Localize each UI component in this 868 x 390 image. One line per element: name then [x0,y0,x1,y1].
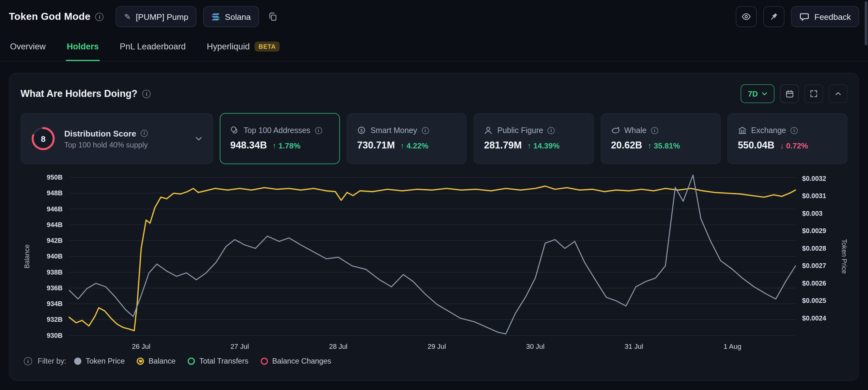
metric-value: 550.04B [738,140,774,151]
metric-value: 948.34B [230,140,267,151]
beta-badge: BETA [255,41,280,52]
metric-change: ↑ 1.78% [273,142,301,150]
svg-text:$0.0028: $0.0028 [802,245,826,252]
distribution-score-gauge: 8 [30,125,57,152]
holders-activity-panel: What Are Holders Doing? 7D [9,73,859,381]
top-bar: Token God Mode ✎ [PUMP] Pump Solana [0,0,868,33]
eye-icon [741,11,751,22]
chevron-down-icon[interactable] [194,134,204,144]
distribution-score-subtitle: Top 100 hold 40% supply [64,141,148,149]
panel-header: What Are Holders Doing? 7D [21,84,847,103]
svg-text:930B: 930B [47,332,63,339]
info-icon[interactable] [651,127,658,134]
collapse-button[interactable] [829,84,847,103]
svg-text:$0.003: $0.003 [802,210,823,217]
metric-change: ↑ 35.81% [648,142,680,150]
svg-text:1 Aug: 1 Aug [723,342,741,351]
fullscreen-icon [809,89,818,98]
svg-text:950B: 950B [47,174,63,181]
pin-button[interactable] [764,6,784,27]
filter-token-price[interactable]: Token Price [74,357,125,365]
svg-text:30 Jul: 30 Jul [526,342,545,351]
svg-text:$0.0025: $0.0025 [802,297,826,304]
metric-value: 281.79M [484,140,522,151]
svg-text:948B: 948B [47,189,63,197]
distribution-score-card[interactable]: 8 Distribution Score Top 100 hold 40% su… [21,113,213,164]
metric-card-top-100-addresses[interactable]: Top 100 Addresses 948.34B ↑ 1.78% [220,113,340,164]
metric-title: Top 100 Addresses [244,126,311,135]
legend-item-label: Token Price [86,357,125,365]
expand-button[interactable] [804,84,823,103]
timeframe-dropdown[interactable]: 7D [741,84,774,103]
token-price-radio-icon [74,358,81,365]
holders-balance-price-chart[interactable]: 950B948B946B944B942B940B938B936B934B932B… [21,169,847,354]
svg-text:28 Jul: 28 Jul [329,342,348,351]
app-title-group: Token God Mode [9,11,104,22]
chain-selector-label: Solana [225,12,251,21]
feedback-label: Feedback [814,12,851,21]
info-icon[interactable] [548,127,555,134]
solana-logo-icon [212,13,220,20]
tab-hyperliquid[interactable]: Hyperliquid BETA [206,33,281,61]
info-icon[interactable] [315,127,322,134]
svg-text:27 Jul: 27 Jul [230,342,249,351]
watch-button[interactable] [736,6,757,27]
svg-text:$0.0024: $0.0024 [802,314,826,322]
filter-balance-changes[interactable]: Balance Changes [261,357,331,365]
metric-value: 730.71M [357,140,395,151]
metric-card-public-figure[interactable]: Public Figure 281.79M ↑ 14.39% [473,113,594,164]
tab-pnl-leaderboard[interactable]: PnL Leaderboard [119,33,187,61]
info-icon[interactable] [141,130,148,137]
metric-card-whale[interactable]: Whale 20.62B ↑ 35.81% [600,113,721,164]
tab-label: Overview [10,41,46,52]
svg-text:$0.0031: $0.0031 [802,192,826,199]
filter-balance[interactable]: Balance [137,357,176,365]
svg-text:940B: 940B [47,253,63,260]
app-root: Token God Mode ✎ [PUMP] Pump Solana [0,0,868,390]
legend-item-label: Balance [149,357,176,365]
token-selector-button[interactable]: ✎ [PUMP] Pump [116,6,196,27]
svg-text:Token Price: Token Price [841,239,848,274]
balance-changes-radio-icon [261,358,268,365]
distribution-score-info: Distribution Score Top 100 hold 40% supp… [64,128,148,149]
svg-text:$0.0027: $0.0027 [802,262,826,269]
feedback-button[interactable]: Feedback [791,6,859,27]
tab-label: Holders [67,41,99,52]
svg-text:946B: 946B [47,205,63,213]
chevron-up-icon [834,89,843,98]
svg-text:942B: 942B [47,237,63,244]
metric-title: Public Figure [497,126,543,135]
tab-holders[interactable]: Holders [66,33,100,61]
chain-selector-button[interactable]: Solana [203,6,259,27]
tab-bar: Overview Holders PnL Leaderboard Hyperli… [0,33,868,62]
coins-icon [230,126,239,135]
filter-total-transfers[interactable]: Total Transfers [188,357,248,365]
svg-text:29 Jul: 29 Jul [427,342,446,351]
svg-text:938B: 938B [47,269,63,276]
svg-text:936B: 936B [47,284,63,291]
info-icon[interactable] [143,90,151,98]
copy-address-button[interactable] [266,9,280,24]
panel-controls: 7D [741,84,847,103]
calendar-button[interactable] [780,84,799,103]
filter-by-label: Filter by: [38,357,66,365]
calendar-icon [785,89,794,99]
metric-title: Smart Money [371,126,417,135]
svg-text:$: $ [360,128,363,133]
info-icon[interactable] [95,12,104,21]
stats-row: 8 Distribution Score Top 100 hold 40% su… [21,113,847,164]
scrollbar-thumb[interactable] [865,1,867,46]
tab-overview[interactable]: Overview [9,33,47,61]
metric-card-exchange[interactable]: Exchange 550.04B ↓ 0.72% [727,113,847,164]
metric-card-smart-money[interactable]: $ Smart Money 730.71M ↑ 4.22% [347,113,467,164]
distribution-score-value: 8 [30,125,57,152]
info-icon[interactable] [24,357,32,365]
info-icon[interactable] [790,127,798,134]
svg-text:31 Jul: 31 Jul [625,342,643,351]
tab-label: Hyperliquid [207,41,250,52]
info-icon[interactable] [422,127,429,134]
chart-canvas[interactable]: 950B948B946B944B942B940B938B936B934B932B… [21,169,848,354]
svg-text:934B: 934B [47,300,63,307]
coin-dollar-icon: $ [357,126,366,135]
person-icon [484,126,493,135]
